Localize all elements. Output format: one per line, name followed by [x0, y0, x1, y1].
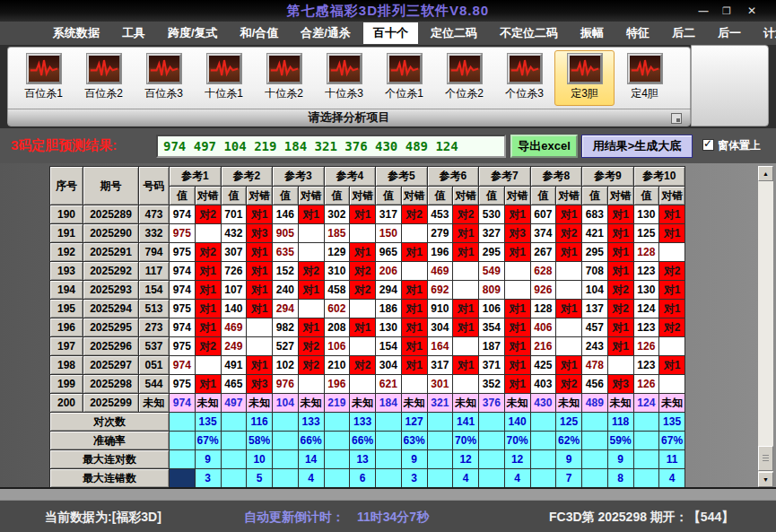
value-cell[interactable]: 975 — [170, 300, 196, 318]
summary-value[interactable]: 135 — [196, 413, 222, 432]
result-empty[interactable] — [453, 337, 479, 356]
summary-spacer[interactable] — [222, 413, 248, 432]
row-number[interactable]: 513 — [139, 300, 170, 318]
value-cell[interactable]: 295 — [582, 243, 608, 262]
summary-value[interactable]: 12 — [505, 450, 531, 469]
summary-spacer[interactable] — [222, 469, 248, 488]
summary-value[interactable]: 141 — [453, 413, 479, 432]
result-empty[interactable] — [350, 337, 376, 356]
value-cell[interactable]: 635 — [273, 243, 299, 262]
result-badge[interactable]: 对1 — [608, 243, 634, 262]
tool-button-1[interactable]: 百位杀1 — [13, 50, 74, 106]
value-cell[interactable]: 310 — [325, 262, 351, 281]
summary-value[interactable]: 11 — [659, 450, 685, 469]
result-empty[interactable] — [247, 318, 273, 337]
summary-spacer[interactable] — [428, 413, 454, 432]
value-cell[interactable]: 456 — [582, 375, 608, 394]
value-cell[interactable]: 243 — [582, 337, 608, 356]
summary-value[interactable]: 4 — [299, 469, 325, 488]
summary-spacer[interactable] — [325, 432, 351, 450]
value-cell[interactable]: 104 — [273, 394, 299, 413]
value-cell[interactable]: 352 — [479, 375, 505, 394]
value-cell[interactable]: 469 — [428, 262, 454, 281]
value-cell[interactable]: 683 — [582, 205, 608, 224]
result-badge[interactable]: 对3 — [247, 375, 273, 394]
summary-value[interactable]: 9 — [608, 450, 634, 469]
row-period[interactable]: 2025290 — [83, 224, 139, 243]
value-cell[interactable]: 376 — [479, 394, 505, 413]
menu-item-11[interactable]: 后二 — [662, 22, 705, 44]
value-cell[interactable]: 497 — [222, 394, 248, 413]
export-excel-button[interactable]: 导出excel — [510, 135, 578, 158]
result-badge[interactable]: 对1 — [505, 356, 531, 375]
value-cell[interactable]: 527 — [273, 337, 299, 356]
result-badge[interactable]: 对2 — [659, 262, 685, 281]
summary-spacer[interactable] — [376, 432, 402, 450]
value-cell[interactable]: 123 — [634, 318, 660, 337]
value-cell[interactable]: 129 — [325, 243, 351, 262]
summary-value[interactable]: 9 — [402, 450, 428, 469]
summary-value[interactable]: 4 — [659, 469, 685, 488]
summary-spacer[interactable] — [479, 469, 505, 488]
result-badge[interactable]: 对2 — [350, 262, 376, 281]
result-badge[interactable]: 对1 — [556, 243, 582, 262]
value-cell[interactable]: 317 — [376, 205, 402, 224]
value-cell[interactable]: 294 — [273, 300, 299, 318]
result-empty[interactable] — [453, 375, 479, 394]
summary-spacer[interactable] — [479, 450, 505, 469]
result-badge[interactable]: 对1 — [402, 281, 428, 300]
restore-icon[interactable]: ❐ — [719, 4, 735, 18]
value-cell[interactable]: 926 — [531, 281, 557, 300]
result-empty[interactable] — [350, 224, 376, 243]
generate-result-button[interactable]: 用结果>生成大底 — [581, 135, 693, 158]
summary-spacer[interactable] — [634, 469, 660, 488]
value-cell[interactable]: 240 — [273, 281, 299, 300]
summary-spacer[interactable] — [325, 469, 351, 488]
value-cell[interactable]: 975 — [170, 224, 196, 243]
unknown-cell[interactable]: 未知 — [453, 394, 479, 413]
value-cell[interactable]: 128 — [531, 300, 557, 318]
result-badge[interactable]: 对1 — [556, 356, 582, 375]
unknown-cell[interactable]: 未知 — [608, 394, 634, 413]
result-badge[interactable]: 对1 — [402, 337, 428, 356]
summary-value[interactable]: 58% — [247, 432, 273, 450]
row-period[interactable]: 2025296 — [83, 337, 139, 356]
value-cell[interactable]: 124 — [634, 394, 660, 413]
row-period[interactable]: 2025291 — [83, 243, 139, 262]
result-badge[interactable]: 对1 — [247, 356, 273, 375]
result-empty[interactable] — [299, 375, 325, 394]
value-cell[interactable]: 607 — [531, 205, 557, 224]
menu-item-5[interactable]: 合差/通杀 — [291, 22, 361, 44]
summary-value[interactable]: 125 — [556, 413, 582, 432]
tool-button-11[interactable]: 定4胆 — [615, 50, 675, 106]
value-cell[interactable]: 102 — [273, 356, 299, 375]
value-cell[interactable]: 489 — [582, 394, 608, 413]
value-cell[interactable]: 549 — [479, 262, 505, 281]
tool-button-6[interactable]: 十位杀3 — [314, 50, 374, 106]
value-cell[interactable]: 628 — [531, 262, 557, 281]
result-badge[interactable]: 对1 — [247, 300, 273, 318]
value-cell[interactable]: 975 — [170, 337, 196, 356]
summary-spacer[interactable] — [273, 432, 299, 450]
value-cell[interactable]: 974 — [170, 318, 196, 337]
summary-value[interactable]: 63% — [402, 432, 428, 450]
result-badge[interactable]: 对2 — [608, 300, 634, 318]
summary-spacer[interactable] — [325, 450, 351, 469]
row-period[interactable]: 2025295 — [83, 318, 139, 337]
summary-spacer[interactable] — [376, 469, 402, 488]
summary-value[interactable]: 14 — [299, 450, 325, 469]
result-empty[interactable] — [659, 243, 685, 262]
row-number[interactable]: 117 — [139, 262, 170, 281]
result-empty[interactable] — [350, 300, 376, 318]
vertical-scrollbar[interactable]: ▲ ▼ — [758, 166, 773, 487]
value-cell[interactable]: 701 — [222, 205, 248, 224]
value-cell[interactable]: 975 — [170, 243, 196, 262]
summary-value[interactable]: 140 — [505, 413, 531, 432]
result-badge[interactable]: 对3 — [505, 224, 531, 243]
summary-value[interactable]: 118 — [608, 413, 634, 432]
result-badge[interactable]: 对2 — [196, 243, 222, 262]
summary-value[interactable]: 133 — [350, 413, 376, 432]
value-cell[interactable]: 140 — [222, 300, 248, 318]
menu-item-7[interactable]: 定位二码 — [421, 22, 487, 44]
unknown-cell[interactable]: 未知 — [196, 394, 222, 413]
